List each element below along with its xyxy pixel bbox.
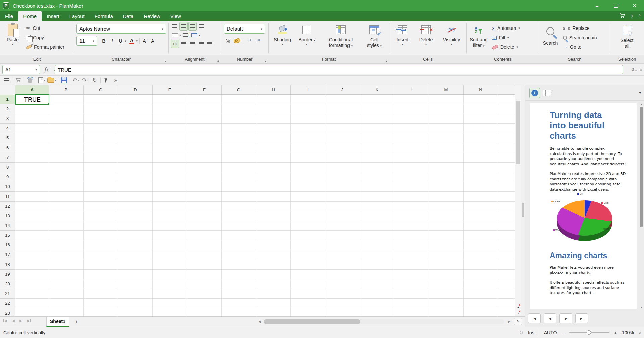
next-page-button[interactable]: ▶ <box>559 313 572 323</box>
justify-vertical-button[interactable] <box>197 22 205 31</box>
font-color-dropdown[interactable]: ▾ <box>136 39 138 43</box>
grow-font-button[interactable]: A⁺ <box>141 37 150 45</box>
italic-button[interactable]: I <box>108 37 116 45</box>
statusbar-overflow-icon[interactable]: » <box>639 330 641 336</box>
zoom-slider-knob[interactable] <box>587 330 591 335</box>
row-header-4[interactable]: 4 <box>0 124 15 133</box>
goto-button[interactable]: →Go to <box>563 42 597 52</box>
menu-formula[interactable]: Formula <box>90 11 118 21</box>
cell-styles-button[interactable]: Cellstyles ▾ <box>363 23 386 48</box>
underline-button[interactable]: U <box>116 37 125 45</box>
visibility-button[interactable]: Visibility ▾ <box>439 23 464 46</box>
bold-button[interactable]: B <box>100 37 108 45</box>
sort-filter-button[interactable]: AZ Sort andfilter ▾ <box>468 23 489 48</box>
horizontal-scrollbar-thumb[interactable] <box>264 319 360 324</box>
save-button[interactable] <box>60 76 68 84</box>
column-header-C[interactable]: C <box>84 85 118 95</box>
row-header-12[interactable]: 12 <box>0 202 15 211</box>
sidebar-splitter-grip[interactable] <box>522 203 524 217</box>
row-header-2[interactable]: 2 <box>0 104 15 114</box>
paste-button[interactable]: Paste ▾ <box>3 23 22 46</box>
cell-border-button[interactable] <box>171 31 179 39</box>
format-painter-button[interactable]: Format painter <box>26 42 64 52</box>
borders-button[interactable]: Borders ▾ <box>296 23 317 46</box>
scroll-right-icon[interactable]: ▶ <box>508 320 511 323</box>
row-header-7[interactable]: 7 <box>0 153 15 163</box>
scroll-to-origin-button[interactable]: ↖ <box>514 318 522 325</box>
row-header-22[interactable]: 22 <box>0 299 15 308</box>
row-header-14[interactable]: 14 <box>0 221 15 231</box>
column-header-I[interactable]: I <box>291 85 325 95</box>
fill-handle[interactable] <box>48 103 50 105</box>
row-header-3[interactable]: 3 <box>0 114 15 124</box>
sidebar-scrollbar[interactable]: ▴ ▾ <box>640 104 643 308</box>
row-header-11[interactable]: 11 <box>0 192 15 202</box>
repeat-button[interactable]: ↻ <box>91 76 98 84</box>
row-header-9[interactable]: 9 <box>0 172 15 182</box>
autosum-button[interactable]: ΣAutosum▾ <box>492 23 520 33</box>
menu-home[interactable]: Home <box>18 11 42 21</box>
menu-insert[interactable]: Insert <box>42 11 64 21</box>
spreadsheet-grid[interactable]: TRUE <box>15 95 515 316</box>
fill-button[interactable]: Fill▾ <box>492 33 520 42</box>
font-name-combo[interactable]: Aptos Narrow▾ <box>76 24 166 34</box>
restore-button[interactable] <box>606 0 625 11</box>
toolbar-overflow-icon[interactable]: » <box>112 76 119 84</box>
cell-border-dropdown[interactable]: ▾ <box>179 34 181 37</box>
justify-button[interactable] <box>206 40 214 48</box>
row-header-8[interactable]: 8 <box>0 163 15 172</box>
search-again-button[interactable]: Search again <box>563 33 597 42</box>
vertical-scrollbar[interactable] <box>515 85 521 316</box>
row-header-5[interactable]: 5 <box>0 133 15 143</box>
sidebar-table-tab[interactable] <box>542 88 552 98</box>
calc-mode-indicator[interactable]: AUTO <box>544 330 557 335</box>
column-header-H[interactable]: H <box>256 85 291 95</box>
insert-mode-indicator[interactable]: Ins <box>528 330 534 335</box>
insert-cells-button[interactable]: Insert ▾ <box>392 23 413 46</box>
prev-sheet-button[interactable]: ◀ <box>12 319 14 323</box>
select-all-corner[interactable] <box>0 85 15 95</box>
percent-format-button[interactable]: % <box>224 37 232 45</box>
number-dialog-launcher[interactable] <box>264 60 266 62</box>
row-header-17[interactable]: 17 <box>0 250 15 260</box>
next-page-button[interactable]: ▾ <box>515 310 521 316</box>
row-header-6[interactable]: 6 <box>0 143 15 153</box>
column-header-J[interactable]: J <box>325 85 360 95</box>
delete-cells-button[interactable]: ✕ Delete ▾ <box>416 23 436 46</box>
close-button[interactable]: ✕ <box>625 0 644 11</box>
zoom-in-button[interactable]: + <box>614 330 617 336</box>
search-button[interactable]: Search <box>540 24 561 46</box>
font-color-button[interactable]: A <box>128 37 136 45</box>
last-sheet-button[interactable]: ▶ <box>27 319 31 323</box>
column-header-L[interactable]: L <box>394 85 429 95</box>
column-header-M[interactable]: M <box>429 85 464 95</box>
open-document-button[interactable]: ▾ <box>47 76 56 84</box>
previous-page-button[interactable]: ▴ <box>515 304 521 310</box>
object-mode-button[interactable] <box>103 76 110 84</box>
text-orientation-button[interactable]: T1 <box>171 40 179 48</box>
menu-review[interactable]: Review <box>139 11 165 21</box>
merge-cells-button[interactable] <box>190 31 199 39</box>
horizontal-scrollbar[interactable]: ◀ ▶ <box>258 318 511 325</box>
row-header-15[interactable]: 15 <box>0 231 15 240</box>
menu-view[interactable]: View <box>165 11 186 21</box>
column-header-D[interactable]: D <box>118 85 153 95</box>
first-sheet-button[interactable]: ◀ <box>3 319 7 323</box>
sidebar-toggle-icon[interactable] <box>3 76 10 84</box>
menu-file[interactable]: File <box>0 11 18 21</box>
minimize-button[interactable]: – <box>588 0 606 11</box>
column-header-partial[interactable] <box>498 85 515 95</box>
next-sheet-button[interactable]: ▶ <box>19 319 22 323</box>
select-all-button[interactable]: Selectall <box>616 23 638 49</box>
remove-decimal-button[interactable]: ·⁰⁰ <box>254 37 262 45</box>
center-vertically-button[interactable] <box>179 22 188 31</box>
name-box[interactable]: A1▾ <box>2 65 40 74</box>
shading-button[interactable]: Shading ▾ <box>271 23 293 46</box>
row-header-20[interactable]: 20 <box>0 279 15 289</box>
last-page-button[interactable]: ▶ <box>575 313 588 323</box>
row-header-19[interactable]: 19 <box>0 270 15 279</box>
sync-icon[interactable]: ↻ <box>519 330 523 336</box>
underline-dropdown[interactable]: ▾ <box>125 39 126 43</box>
vertical-scrollbar-thumb[interactable] <box>516 101 520 164</box>
align-right-button[interactable] <box>197 40 205 48</box>
